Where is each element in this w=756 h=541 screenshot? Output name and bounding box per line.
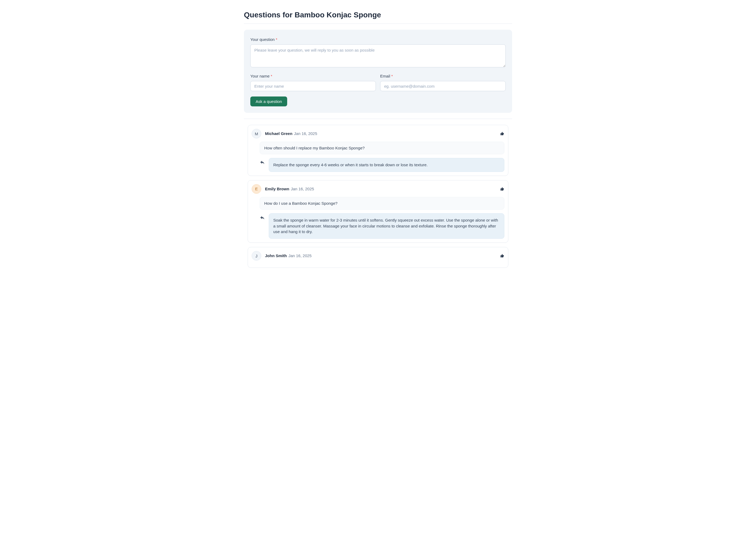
name-input[interactable] bbox=[250, 81, 376, 91]
email-field-label: Email * bbox=[380, 74, 506, 78]
author-date: Emily BrownJan 16, 2025 bbox=[265, 187, 314, 191]
ask-question-button[interactable]: Ask a question bbox=[250, 97, 287, 106]
question-label-text: Your question bbox=[250, 37, 275, 42]
thumb-up-icon[interactable] bbox=[500, 187, 504, 191]
reply-arrow-icon bbox=[260, 160, 265, 166]
avatar: J bbox=[252, 251, 261, 261]
answer-row: Soak the sponge in warm water for 2-3 mi… bbox=[260, 213, 504, 239]
author-date: John SmithJan 16, 2025 bbox=[265, 254, 312, 258]
avatar: E bbox=[252, 184, 261, 194]
question-textarea[interactable] bbox=[250, 44, 506, 67]
question-text: How do I use a Bamboo Konjac Sponge? bbox=[260, 197, 504, 210]
question-field-label: Your question * bbox=[250, 37, 506, 42]
name-label-text: Your name bbox=[250, 74, 270, 78]
answer-text: Replace the sponge every 4-6 weeks or wh… bbox=[269, 158, 504, 172]
question-date: Jan 16, 2025 bbox=[291, 187, 314, 191]
qa-card: EEmily BrownJan 16, 2025How do I use a B… bbox=[248, 180, 508, 243]
answer-row: Replace the sponge every 4-6 weeks or wh… bbox=[260, 158, 504, 172]
thumb-up-icon[interactable] bbox=[500, 132, 504, 136]
reply-arrow-icon bbox=[260, 215, 265, 221]
page-title: Questions for Bamboo Konjac Sponge bbox=[244, 11, 512, 19]
answer-text: Soak the sponge in warm water for 2-3 mi… bbox=[269, 213, 504, 239]
avatar: M bbox=[252, 129, 261, 139]
email-input[interactable] bbox=[380, 81, 506, 91]
question-form-card: Your question * Your name * Email * Ask … bbox=[244, 30, 512, 113]
required-marker: * bbox=[391, 74, 393, 78]
author-date: Michael GreenJan 16, 2025 bbox=[265, 131, 317, 136]
thumb-up-icon[interactable] bbox=[500, 254, 504, 258]
qa-header: MMichael GreenJan 16, 2025 bbox=[252, 129, 504, 139]
section-divider bbox=[244, 119, 512, 119]
question-text: How often should I replace my Bamboo Kon… bbox=[260, 142, 504, 154]
qa-header: JJohn SmithJan 16, 2025 bbox=[252, 251, 504, 261]
qa-card: JJohn SmithJan 16, 2025 bbox=[248, 247, 508, 268]
question-date: Jan 16, 2025 bbox=[289, 254, 312, 258]
required-marker: * bbox=[271, 74, 272, 78]
author-name: Emily Brown bbox=[265, 187, 289, 191]
author-name: Michael Green bbox=[265, 131, 293, 136]
author-name: John Smith bbox=[265, 254, 287, 258]
question-date: Jan 16, 2025 bbox=[294, 131, 317, 136]
qa-header: EEmily BrownJan 16, 2025 bbox=[252, 184, 504, 194]
email-label-text: Email bbox=[380, 74, 390, 78]
name-field-label: Your name * bbox=[250, 74, 376, 78]
qa-card: MMichael GreenJan 16, 2025How often shou… bbox=[248, 125, 508, 176]
required-marker: * bbox=[276, 37, 277, 42]
qa-list: MMichael GreenJan 16, 2025How often shou… bbox=[244, 125, 512, 268]
